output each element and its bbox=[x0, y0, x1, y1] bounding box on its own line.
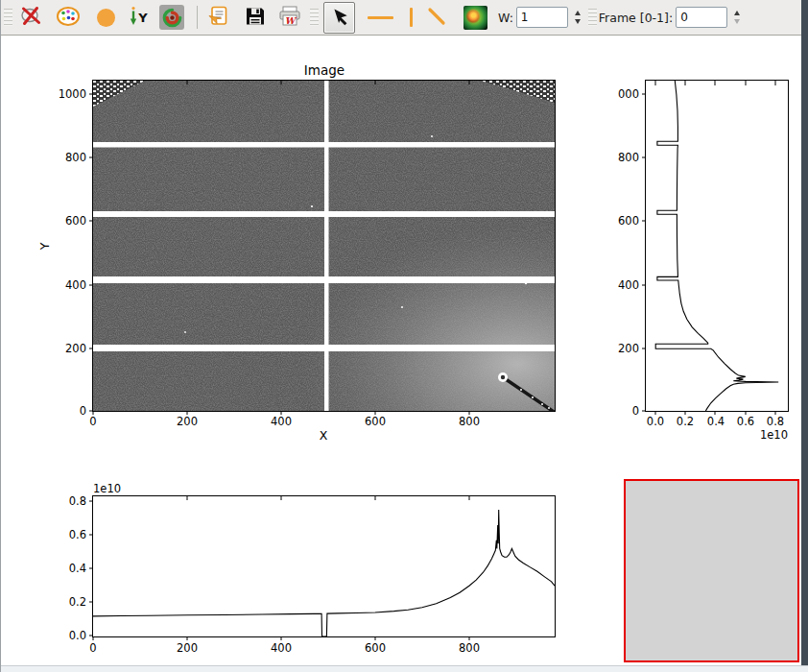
axis-offset-label: 1e10 bbox=[93, 482, 121, 495]
tick-label: 0.6 bbox=[731, 415, 760, 428]
save-button[interactable] bbox=[245, 6, 266, 30]
horizontal-line-icon bbox=[368, 16, 393, 19]
clear-button[interactable] bbox=[20, 6, 43, 30]
palette-icon bbox=[56, 6, 81, 30]
tick-label: 200 bbox=[168, 415, 206, 428]
tick-label: 600 bbox=[356, 641, 394, 655]
circle-tool-button[interactable] bbox=[97, 9, 115, 27]
w-label: W: bbox=[498, 11, 513, 25]
w-spinbox[interactable] bbox=[516, 7, 568, 28]
spin-up-icon[interactable] bbox=[734, 11, 740, 15]
svg-text:Y: Y bbox=[137, 10, 148, 24]
tick-label: 400 bbox=[599, 278, 639, 292]
toolbar-separator bbox=[197, 6, 198, 29]
flip-y-button[interactable]: Y bbox=[129, 6, 150, 30]
window-edge bbox=[801, 0, 808, 672]
plot-title: Image bbox=[266, 62, 383, 78]
x-axis-label: X bbox=[304, 428, 343, 443]
tick-label: 600 bbox=[46, 214, 86, 228]
printer-w-icon: W bbox=[278, 6, 301, 30]
tick-label: 0.0 bbox=[641, 415, 670, 428]
tick-label: 800 bbox=[46, 151, 86, 164]
toolbar: Y W bbox=[1, 0, 808, 36]
tick-label: 0.2 bbox=[46, 595, 86, 609]
pointer-tool-button[interactable] bbox=[323, 2, 355, 34]
tick-label: 600 bbox=[356, 415, 394, 428]
cursor-arrow-icon bbox=[327, 4, 352, 32]
copy-notes-icon bbox=[206, 5, 229, 31]
window-bottom-edge bbox=[1, 665, 808, 672]
tick-label: 0.4 bbox=[46, 562, 86, 575]
ccd-image-canvas[interactable] bbox=[93, 81, 555, 411]
toolbar-grip[interactable] bbox=[588, 9, 597, 26]
horizontal-cut-button[interactable] bbox=[368, 16, 393, 19]
flip-y-icon: Y bbox=[129, 6, 150, 30]
toolbar-grip[interactable] bbox=[310, 9, 319, 26]
copy-button[interactable] bbox=[206, 5, 229, 31]
tick-label: 800 bbox=[599, 151, 639, 164]
spin-down-icon bbox=[734, 19, 740, 24]
tick-label: 400 bbox=[262, 415, 300, 428]
frame-spinbox[interactable] bbox=[676, 7, 727, 28]
tick-label: 0 bbox=[74, 641, 112, 655]
spin-down-icon[interactable] bbox=[575, 19, 581, 24]
tick-label: 600 bbox=[599, 214, 639, 228]
tick-label: 0 bbox=[74, 415, 112, 428]
tick-label: 0.2 bbox=[671, 415, 700, 428]
tick-label: 000 bbox=[599, 87, 639, 101]
diagonal-cut-button[interactable] bbox=[426, 6, 447, 30]
empty-display-panel bbox=[624, 479, 799, 662]
frame-label: Frame [0-1]: bbox=[599, 11, 673, 25]
vertical-line-icon bbox=[410, 8, 413, 27]
diagonal-line-icon bbox=[426, 6, 447, 30]
tick-label: 0.8 bbox=[46, 494, 86, 508]
axis-offset-label: 1e10 bbox=[738, 428, 788, 442]
red-x-icon bbox=[20, 6, 43, 30]
tick-label: 400 bbox=[262, 641, 300, 655]
tick-label: 200 bbox=[46, 342, 86, 355]
tick-label: 0.8 bbox=[761, 415, 790, 428]
orange-circle-icon bbox=[97, 9, 115, 27]
tick-label: 1000 bbox=[46, 87, 86, 101]
y-axis-label: Y bbox=[37, 243, 52, 251]
tick-label: 0.4 bbox=[701, 415, 730, 428]
column-profile-plot bbox=[646, 81, 788, 411]
tick-label: 200 bbox=[599, 342, 639, 355]
tick-label: 800 bbox=[450, 415, 488, 428]
galaxy-thumbnail-icon bbox=[463, 6, 487, 30]
palette-button[interactable] bbox=[56, 6, 81, 30]
tick-label: 0 bbox=[599, 404, 639, 418]
frame-spinner[interactable] bbox=[734, 11, 740, 24]
tick-label: 0.0 bbox=[46, 629, 86, 642]
galaxy-view-button[interactable] bbox=[463, 6, 487, 30]
print-plot-button[interactable]: W bbox=[278, 6, 301, 30]
tick-label: 400 bbox=[46, 278, 86, 292]
colormap-swirl-icon bbox=[159, 5, 184, 30]
save-floppy-icon bbox=[245, 6, 266, 30]
colormap-button[interactable] bbox=[159, 5, 184, 30]
image-viewer-window: Y W bbox=[0, 0, 808, 672]
tick-label: 200 bbox=[168, 641, 206, 655]
tick-label: 0.6 bbox=[46, 528, 86, 541]
toolbar-grip[interactable] bbox=[4, 9, 12, 26]
tick-label: 800 bbox=[450, 641, 488, 655]
vertical-cut-button[interactable] bbox=[410, 8, 413, 27]
spin-up-icon[interactable] bbox=[575, 11, 581, 15]
row-profile-plot bbox=[93, 496, 555, 636]
w-spinner[interactable] bbox=[575, 11, 581, 24]
